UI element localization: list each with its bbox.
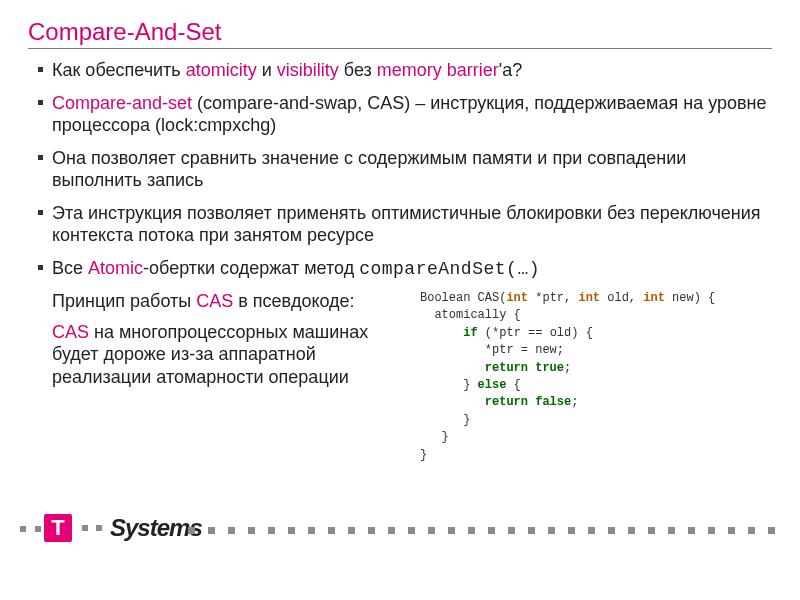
bullet-3: Она позволяет сравнить значение с содерж… [38, 147, 772, 192]
slide: Compare-And-Set Как обеспечить atomicity… [0, 0, 800, 464]
decorative-dot [82, 525, 88, 531]
decorative-dots-right [188, 527, 775, 534]
bullet-4: Эта инструкция позволяет применять оптим… [38, 202, 772, 247]
bullet-list: Как обеспечить atomicity и visibility бе… [28, 59, 772, 280]
logo: T Systems [44, 514, 202, 542]
bullet-5: Все Atomic-обертки содержат метод compar… [38, 257, 772, 281]
bullet-2: Compare-and-set (compare-and-swap, CAS) … [38, 92, 772, 137]
logo-t-icon: T [44, 514, 72, 542]
decorative-dot [96, 525, 102, 531]
left-p1: Принцип работы CAS в псевдокоде: [52, 290, 412, 313]
left-column: Принцип работы CAS в псевдокоде: CAS на … [52, 290, 412, 464]
code-block: Boolean CAS(int *ptr, int old, int new) … [420, 290, 772, 464]
left-p2: CAS на многопроцессорных машинах будет д… [52, 321, 412, 389]
decorative-dots-left [20, 526, 41, 532]
slide-title: Compare-And-Set [28, 18, 772, 49]
bullet-1: Как обеспечить atomicity и visibility бе… [38, 59, 772, 82]
two-column: Принцип работы CAS в псевдокоде: CAS на … [52, 290, 772, 464]
